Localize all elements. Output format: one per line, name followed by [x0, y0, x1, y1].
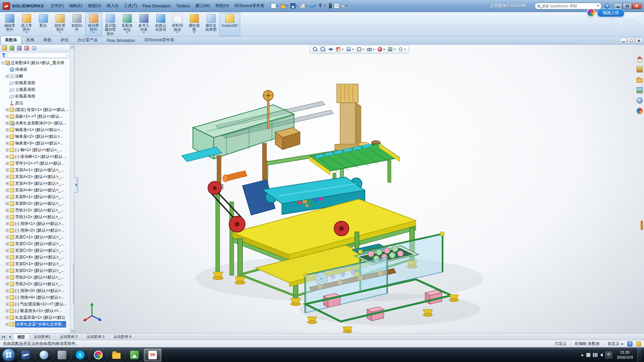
ribbon-tab-0[interactable]: 装配体 — [1, 36, 21, 44]
media-player-taskbar-button[interactable] — [35, 349, 53, 361]
expander-plus-icon[interactable] — [6, 155, 9, 158]
tree-item-13[interactable]: (-) 轴<1> (默认<<默认>_... — [1, 146, 69, 153]
custom-dropdown[interactable]: 自定义 — [607, 341, 624, 347]
scroll-up-arrow[interactable] — [70, 45, 74, 49]
expander-plus-icon[interactable] — [6, 242, 9, 245]
menu-item-6[interactable]: Toolbox — [173, 0, 193, 12]
print-document-button[interactable] — [300, 3, 308, 9]
menu-item-5[interactable]: Flow Simulation — [140, 0, 174, 12]
expander-plus-icon[interactable] — [6, 289, 9, 292]
status-help-button[interactable]: ? — [627, 341, 633, 347]
model-tab-2[interactable]: 运动算例 2 — [55, 334, 82, 340]
search-dropdown-chevron-icon[interactable] — [597, 5, 599, 7]
solidworks-taskbar-button[interactable]: SW — [144, 349, 161, 361]
tree-item-24[interactable]: (-) 滑块<1> (默认<<默认>... — [1, 220, 69, 227]
menu-item-0[interactable]: 文件(F) — [48, 0, 66, 12]
solidworks-resources-button[interactable] — [636, 55, 643, 63]
display-style-button[interactable] — [357, 47, 365, 52]
mate-button[interactable]: 配合 — [35, 13, 52, 36]
expander-plus-icon[interactable] — [6, 148, 9, 152]
ribbon-tab-2[interactable]: 草图 — [39, 36, 56, 44]
graphics-viewport[interactable] — [74, 45, 644, 333]
expander-plus-icon[interactable] — [6, 128, 9, 131]
tree-item-38[interactable]: 礼盒盖容器<1> (默认<<默认 — [1, 314, 69, 321]
volume-icon[interactable] — [600, 353, 603, 357]
expander-plus-icon[interactable] — [6, 276, 9, 279]
expander-plus-icon[interactable] — [6, 229, 9, 232]
displaymanager-tab[interactable] — [31, 45, 37, 51]
tree-item-20[interactable]: 支架B<1> (默认<<默认>_... — [1, 193, 69, 200]
scroll-down-arrow[interactable] — [70, 329, 74, 333]
show-hidden-components-button[interactable]: 显示隐藏的零部件 — [102, 13, 119, 36]
section-view-button[interactable] — [336, 47, 344, 52]
hide-show-items-button[interactable] — [367, 47, 375, 52]
expander-plus-icon[interactable] — [6, 75, 9, 78]
file-explorer-button[interactable] — [636, 76, 643, 83]
scenes-button[interactable] — [636, 107, 643, 115]
menu-item-8[interactable]: 帮助(H) — [213, 0, 232, 12]
minimize-button[interactable] — [613, 3, 623, 9]
drag-upload-button[interactable]: 拖拽上传 — [597, 9, 625, 17]
select-button[interactable] — [318, 3, 326, 9]
ribbon-tab-1[interactable]: 布局 — [22, 36, 39, 44]
expander-plus-icon[interactable] — [6, 189, 9, 192]
tree-item-11[interactable]: 轴承座<2> (默认<<默认>... — [1, 133, 69, 140]
design-library-button[interactable] — [636, 66, 643, 73]
tree-item-22[interactable]: 导轨1<1> (默认<<默认>_... — [1, 207, 69, 214]
tree-item-23[interactable]: 导轨1<2> (默认<<默认>_... — [1, 214, 69, 220]
tree-item-12[interactable]: 轴承座<3> (默认<<默认>... — [1, 140, 69, 146]
tree-item-36[interactable]: (-) 气缸固定板<1>->? (默认... — [1, 301, 69, 307]
expander-plus-icon[interactable] — [6, 122, 9, 125]
filter-funnel-icon[interactable] — [2, 53, 6, 57]
expander-plus-icon[interactable] — [6, 256, 9, 259]
options-button[interactable] — [341, 3, 348, 9]
save-document-button[interactable] — [290, 3, 299, 9]
menu-item-3[interactable]: 插入(I) — [104, 0, 121, 12]
configurationmanager-tab[interactable] — [16, 45, 22, 51]
model-tab-0[interactable]: 模型 — [13, 334, 30, 340]
edit-appearance-button[interactable] — [377, 47, 385, 52]
menu-item-9[interactable]: 3DSource零件库 — [232, 0, 267, 12]
tree-item-16[interactable]: 支架A<1> (默认<<默认>_... — [1, 167, 69, 173]
search-input[interactable] — [541, 4, 596, 8]
action-center-icon[interactable] — [586, 353, 590, 357]
new-motion-study-button[interactable]: 新建运动算例 — [152, 13, 169, 36]
view-orientation-button[interactable] — [346, 47, 354, 52]
model-tab-4[interactable]: 运动算例 4 — [109, 334, 136, 340]
tree-item-5[interactable]: 右视基准面 — [1, 93, 69, 100]
tree-item-21[interactable]: 支架B<2> (默认<<默认>_... — [1, 200, 69, 207]
expander-plus-icon[interactable] — [6, 209, 9, 212]
photo-viewer-taskbar-button[interactable] — [126, 349, 143, 361]
appearances-button[interactable] — [636, 97, 643, 104]
tree-item-8[interactable]: 底板<1>->? (默认<<默认... — [1, 113, 69, 120]
ime-indicator[interactable]: 中 — [605, 352, 612, 358]
expander-plus-icon[interactable] — [6, 202, 9, 205]
tree-item-31[interactable]: 支架D<2> (默认<<默认>_... — [1, 267, 69, 274]
expander-plus-icon[interactable] — [6, 175, 9, 178]
ribbon-tab-5[interactable]: Flow Simulation — [102, 37, 140, 44]
tree-item-6[interactable]: 原点 — [1, 100, 69, 106]
tree-item-19[interactable]: 支架A<4> (默认<<默认>_... — [1, 187, 69, 193]
zoom-area-button[interactable] — [320, 47, 326, 52]
expander-plus-icon[interactable] — [6, 115, 9, 118]
tree-item-26[interactable]: 支架C<1> (默认<<默认>_... — [1, 234, 69, 240]
rebuild-button[interactable] — [327, 3, 332, 9]
tree-item-1[interactable]: 传感器 — [1, 66, 69, 73]
tree-item-0[interactable]: 总装配体3 (默认<默认_显示状 — [1, 59, 69, 66]
expander-plus-icon[interactable] — [6, 169, 9, 172]
doc-minimize-button[interactable] — [620, 38, 627, 43]
skype-taskbar-button[interactable]: S — [71, 349, 89, 361]
tree-item-4[interactable]: 上视基准面 — [1, 86, 69, 93]
expander-plus-icon[interactable] — [6, 303, 9, 306]
expander-plus-icon[interactable] — [6, 195, 9, 198]
maximize-button[interactable] — [623, 3, 632, 9]
undo-button[interactable] — [309, 3, 317, 9]
hidden-icons-arrow[interactable] — [581, 354, 584, 356]
panel-collapse-button[interactable] — [74, 177, 78, 193]
close-button[interactable] — [632, 3, 641, 9]
annotation-toggle-icon[interactable] — [636, 342, 641, 346]
tree-item-17[interactable]: 支架A<2> (默认<<默认>_... — [1, 173, 69, 180]
expander-minus-icon[interactable] — [1, 61, 4, 64]
expander-plus-icon[interactable] — [6, 135, 9, 138]
view-settings-button[interactable] — [398, 47, 406, 52]
